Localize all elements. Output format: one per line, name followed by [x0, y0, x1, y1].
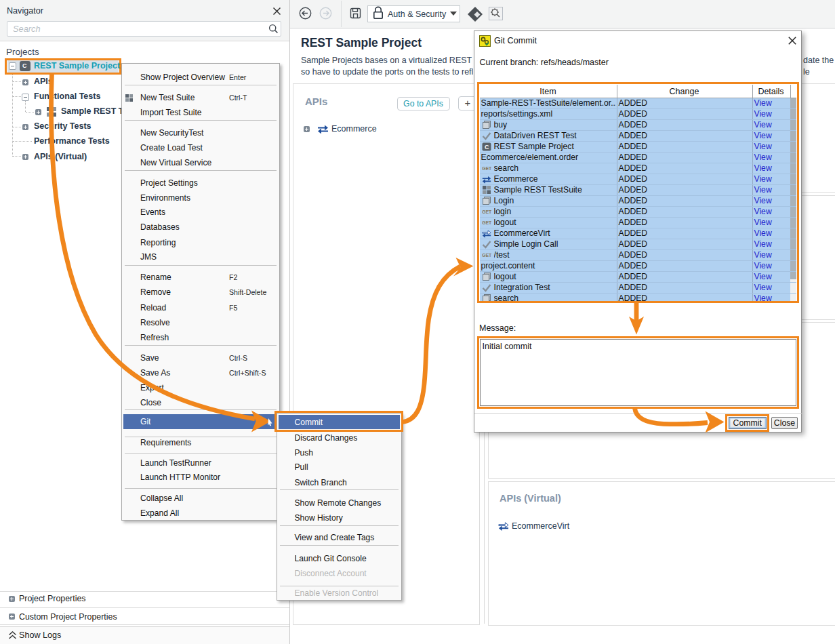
svg-text:GET: GET	[482, 209, 491, 214]
svg-text:C: C	[485, 144, 489, 150]
svg-text:GET: GET	[482, 166, 491, 171]
svg-text:Auth & Security: Auth & Security	[388, 9, 447, 19]
svg-text:GET: GET	[482, 220, 491, 225]
svg-text:GET: GET	[482, 253, 491, 258]
